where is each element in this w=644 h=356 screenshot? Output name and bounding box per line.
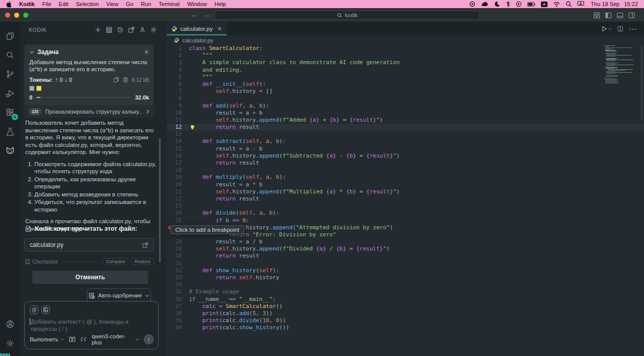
close-window-button[interactable] bbox=[5, 13, 10, 18]
bluetooth-icon[interactable] bbox=[506, 1, 510, 7]
line-number[interactable]: 8 bbox=[167, 95, 182, 102]
breadcrumb[interactable]: calculator.py bbox=[167, 35, 644, 45]
history-icon[interactable] bbox=[117, 26, 124, 33]
code-line[interactable]: 29 self.history.append(f"Divided {a} / {… bbox=[167, 245, 644, 252]
line-number[interactable]: 34 bbox=[167, 281, 182, 288]
line-number[interactable]: 30 bbox=[167, 252, 182, 260]
line-number[interactable]: 19 bbox=[167, 174, 182, 181]
run-debug-icon[interactable] bbox=[4, 87, 16, 99]
extensions-icon[interactable]: 4 bbox=[4, 107, 16, 119]
code-line[interactable]: 2 """ bbox=[167, 52, 644, 59]
file-card[interactable]: calculator.py bbox=[24, 238, 154, 251]
menu-item-file[interactable]: File bbox=[42, 1, 52, 7]
user-session-icon[interactable] bbox=[577, 1, 585, 7]
toggle-sidebar-icon[interactable] bbox=[605, 12, 612, 19]
line-number[interactable]: 11 bbox=[167, 117, 182, 124]
toggle-secondary-sidebar-icon[interactable] bbox=[628, 12, 635, 19]
line-number[interactable]: 24 bbox=[167, 210, 182, 217]
account-icon[interactable] bbox=[139, 26, 146, 33]
menu-item-window[interactable]: Window bbox=[187, 1, 207, 7]
testing-beaker-icon[interactable] bbox=[4, 126, 16, 138]
compare-button[interactable]: Compare bbox=[103, 258, 128, 265]
code-line[interactable]: 5 """ bbox=[167, 74, 644, 81]
code-line[interactable]: 37 calc = SmartCalculator() bbox=[167, 303, 644, 310]
todo-step-row[interactable]: 1/3 Проанализировать структуру кальку... bbox=[24, 105, 154, 118]
restore-button[interactable]: Restore bbox=[131, 258, 154, 265]
line-number[interactable]: 9 bbox=[167, 103, 182, 110]
chat-scrollbar[interactable] bbox=[159, 138, 161, 263]
source-control-icon[interactable] bbox=[4, 68, 16, 80]
code-line[interactable]: 28 result = a / b bbox=[167, 238, 644, 245]
line-number[interactable]: 37 bbox=[167, 303, 182, 310]
line-number[interactable]: 1 bbox=[167, 45, 182, 52]
search-icon[interactable] bbox=[4, 49, 16, 61]
code-line[interactable]: 35# Example usage bbox=[167, 288, 644, 295]
line-number[interactable]: 4 bbox=[167, 67, 182, 74]
code-line[interactable]: 40 print(calc.show_history()) bbox=[167, 324, 644, 331]
line-number[interactable]: 31 bbox=[167, 260, 182, 267]
code-line[interactable]: 33 return self.history bbox=[167, 274, 644, 281]
line-number[interactable]: 15 bbox=[167, 145, 182, 152]
account-icon[interactable] bbox=[4, 318, 16, 330]
menu-item-help[interactable]: Help bbox=[215, 1, 226, 7]
menu-item-go[interactable]: Go bbox=[126, 1, 133, 7]
lightbulb-icon[interactable] bbox=[190, 125, 195, 130]
line-number[interactable]: 38 bbox=[167, 310, 182, 317]
command-center-search[interactable]: kodik bbox=[215, 11, 480, 20]
line-number[interactable]: 16 bbox=[167, 152, 182, 160]
line-number[interactable]: 36 bbox=[167, 296, 182, 303]
code-line[interactable]: 32 def show_history(self): bbox=[167, 267, 644, 274]
code-area[interactable]: 1class SmartCalculator:2 """3 A simple c… bbox=[167, 45, 644, 356]
code-line[interactable]: 25 if b == 0: bbox=[167, 217, 644, 224]
code-line[interactable]: 18 bbox=[167, 167, 644, 174]
focus-moon-icon[interactable] bbox=[494, 1, 500, 7]
chat-input-placeholder[interactable]: Добавить контекст ( @ ), Команды и проце… bbox=[30, 318, 153, 332]
menu-item-kodik[interactable]: Kodik bbox=[19, 1, 35, 7]
line-number[interactable]: 3 bbox=[167, 59, 182, 66]
code-line[interactable]: 10 result = a + b bbox=[167, 110, 644, 117]
more-actions-icon[interactable]: ⋯ bbox=[629, 24, 637, 34]
code-line[interactable]: 9 def add(self, a, b): bbox=[167, 103, 644, 110]
line-number[interactable]: 21 bbox=[167, 188, 182, 195]
code-line[interactable]: 31 bbox=[167, 260, 644, 267]
menu-item-edit[interactable]: Edit bbox=[59, 1, 68, 7]
status-dot-icon[interactable] bbox=[469, 1, 475, 7]
maximize-window-button[interactable] bbox=[23, 13, 28, 18]
code-line[interactable]: 7 self.history = [] bbox=[167, 88, 644, 95]
menu-item-selection[interactable]: Selection bbox=[76, 1, 98, 7]
line-number[interactable]: 39 bbox=[167, 317, 182, 324]
code-line[interactable]: 11 self.history.append(f"Added {a} + {b}… bbox=[167, 117, 644, 124]
line-number[interactable]: 29 bbox=[167, 245, 182, 252]
menubar-clock[interactable]: Thu 18 Sep 15:22 bbox=[591, 1, 638, 7]
screen-record-icon[interactable] bbox=[516, 1, 522, 7]
code-line[interactable]: 6 def __init__(self): bbox=[167, 81, 644, 88]
app-animal-icon[interactable] bbox=[481, 1, 488, 7]
explorer-icon[interactable] bbox=[4, 30, 16, 42]
model-select[interactable]: qwen3-coder-plus bbox=[91, 333, 139, 345]
code-line[interactable]: 16 self.history.append(f"Subtracted {a} … bbox=[167, 152, 644, 160]
settings-gear-icon[interactable] bbox=[4, 337, 16, 349]
code-line[interactable]: 21 self.history.append(f"Multiplied {a} … bbox=[167, 188, 644, 195]
open-file-icon[interactable] bbox=[142, 242, 148, 248]
menu-item-run[interactable]: Run bbox=[141, 1, 151, 7]
editor-scrollbar[interactable] bbox=[640, 45, 643, 121]
line-number[interactable]: 20 bbox=[167, 181, 182, 188]
line-number[interactable]: 7 bbox=[167, 88, 182, 95]
send-button[interactable]: ↑ bbox=[144, 334, 154, 344]
settings-gear-icon[interactable] bbox=[150, 26, 157, 33]
new-task-icon[interactable] bbox=[94, 26, 102, 33]
close-tab-icon[interactable]: ✕ bbox=[217, 25, 222, 32]
mcp-servers-icon[interactable] bbox=[106, 26, 113, 33]
code-line[interactable]: 1class SmartCalculator: bbox=[167, 45, 644, 52]
menu-item-view[interactable]: View bbox=[107, 1, 119, 7]
code-line[interactable]: 20 result = a * b bbox=[167, 181, 644, 188]
code-line[interactable]: 17 return result bbox=[167, 160, 644, 167]
line-number[interactable]: 33 bbox=[167, 274, 182, 281]
line-number[interactable]: 25 bbox=[167, 217, 182, 224]
line-number[interactable]: 17 bbox=[167, 160, 182, 167]
code-line[interactable]: 14 def subtract(self, a, b): bbox=[167, 138, 644, 145]
split-editor-icon[interactable] bbox=[617, 26, 623, 32]
kodik-cat-icon[interactable] bbox=[4, 145, 16, 157]
customize-layout-icon[interactable] bbox=[593, 12, 600, 19]
collapse-chevron-icon[interactable] bbox=[29, 50, 34, 54]
